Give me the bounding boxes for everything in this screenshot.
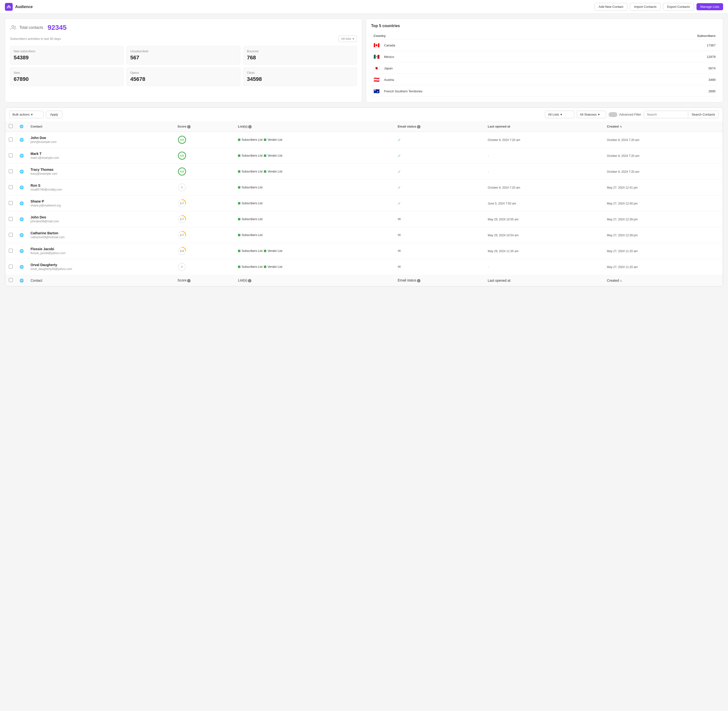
row-globe-icon: 🌐 [19,138,24,142]
email-status-cell: ✉ [394,243,485,259]
contact-name[interactable]: Ron S [31,183,171,187]
email-status-info-icon[interactable]: i [417,125,420,128]
contact-name[interactable]: Orval Daugherty [31,263,171,267]
row-checkbox[interactable] [9,265,13,268]
list-dot-icon [238,218,240,220]
all-lists-filter-dropdown[interactable]: All Lists ▾ [545,111,574,118]
lists-info-icon[interactable]: i [248,125,252,128]
stat-box: New subscribers54389 [10,46,124,65]
stat-label: Opens [130,71,236,75]
row-checkbox[interactable] [9,201,13,205]
email-icon: ✉ [398,249,401,253]
stat-label: Clicks [247,71,353,75]
row-checkbox[interactable] [9,153,13,157]
last-opened-cell: May 29, 2024 11:35 am [485,243,604,259]
last-opened-dash: - [488,265,489,269]
contact-name[interactable]: John Deo [31,215,171,219]
score-number: 2.7 [178,199,186,208]
score-cell: 2.7 [174,227,235,243]
score-number: 2.7 [178,231,186,239]
advanced-filter-toggle[interactable] [609,112,617,117]
row-checkbox[interactable] [9,169,13,173]
last-opened-cell: October 9, 2024 7:20 am [485,132,604,148]
all-statuses-filter-dropdown[interactable]: All Statuses ▾ [577,111,606,118]
search-input[interactable] [644,111,688,118]
svg-point-0 [8,5,10,7]
contact-name[interactable]: Catharine Barton [31,231,171,235]
globe-icon: 🌐 [19,125,24,128]
contact-name[interactable]: Flossie Jacobi [31,247,171,251]
list-dot-icon [238,266,240,268]
apply-button[interactable]: Apply [46,111,62,118]
last-opened-dash: - [488,170,489,174]
list-tag: Subscribers List [238,233,262,237]
footer-select-all-checkbox[interactable] [9,278,13,282]
created-sort-icon[interactable]: ⇅ [620,125,622,128]
email-status-cell: ✓ [394,164,485,180]
header-actions: Add New Contact Import Contacts Export C… [594,3,723,10]
last-opened-cell: May 29, 2024 10:55 am [485,211,604,227]
contact-name[interactable]: John Doe [31,136,171,140]
contact-cell: Orval Daugherty orval_daugherty39@yahoo.… [27,259,174,275]
row-checkbox[interactable] [9,233,13,237]
countries-title: Top 5 countries [371,24,718,28]
footer-created-sort-icon[interactable]: ⇅ [620,280,622,282]
footer-lists-info-icon[interactable]: i [248,279,251,282]
table-row: 🌐 Mark T mark.t@example.com 4.0 Subscrib… [5,148,723,164]
contact-name[interactable]: Mark T [31,152,171,156]
search-contacts-button[interactable]: Search Contacts [688,111,718,118]
row-checkbox[interactable] [9,217,13,221]
bulk-actions-dropdown[interactable]: Bulk actions ▾ [9,111,43,118]
select-all-checkbox[interactable] [9,124,13,128]
add-contact-button[interactable]: Add New Contact [594,3,627,10]
score-number: 2.4 [178,246,186,255]
footer-col-contact: Contact [27,274,174,286]
import-contacts-button[interactable]: Import Contacts [630,3,660,10]
created-cell: May 27, 2024 12:39 pm [603,211,723,227]
export-contacts-button[interactable]: Export Contacts [663,3,694,10]
list-dot-icon [264,139,266,141]
contact-name[interactable]: Shane P [31,199,171,203]
email-status-cell: ✓ [394,180,485,195]
score-cell: 4.0 [174,164,235,180]
col-created-header: Created⇅ [603,121,723,132]
table-row: 🌐 Tracy Thomas tracy@example.com 4.0 Sub… [5,164,723,180]
stat-value: 67890 [14,76,120,82]
contacts-tbody: 🌐 John Doe john@example.com 4.0 Subscrib… [5,132,723,275]
contact-name[interactable]: Tracy Thomas [31,168,171,171]
table-row: 🌐 John Deo johndeo09@mail.com 2.7 Subscr… [5,211,723,227]
app-logo: Audience [5,3,33,11]
stats-subtitle: Subscribers activities in last 60 days A… [10,35,357,42]
contact-cell: John Doe john@example.com [27,132,174,148]
check-icon: ✓ [398,201,401,205]
contact-email: shane.p@mailsend.org [31,204,171,207]
lists-cell: Subscribers ListVendor List [234,259,394,275]
check-icon: ✓ [398,154,401,158]
score-cell: 2.7 [174,211,235,227]
created-cell: October 8, 2024 7:20 am [603,132,723,148]
score-info-icon[interactable]: i [187,125,190,128]
last-opened-date: October 9, 2024 7:20 am [488,186,520,189]
row-checkbox[interactable] [9,137,13,142]
chevron-down-icon: ▾ [352,37,354,41]
country-count: 5674 [602,63,718,74]
stat-value: 768 [247,55,353,61]
all-lists-dropdown[interactable]: All lists ▾ [339,35,357,42]
stats-card: Total contacts 92345 Subscribers activit… [5,19,362,102]
country-count: 12879 [602,51,718,62]
footer-email-status-info-icon[interactable]: i [417,279,420,282]
email-status-cell: ✉ [394,211,485,227]
country-flag: 🇦🇹 [374,77,380,82]
manage-lists-button[interactable]: Manage Lists [697,3,723,10]
table-row: 🌐 Catharine Barton catharine59@hotmail.c… [5,227,723,243]
footer-score-info-icon[interactable]: i [187,279,190,282]
score-badge: 2.7 [178,231,186,239]
score-badge: 4.0 [178,167,186,176]
contact-email: catharine59@hotmail.com [31,236,171,239]
row-checkbox[interactable] [9,249,13,253]
metrics-grid: New subscribers54389Unsubscribed567Bounc… [10,46,357,86]
col-country: Country [371,32,601,39]
stat-box: Clicks34598 [243,68,357,86]
row-checkbox[interactable] [9,185,13,189]
check-icon: ✓ [398,138,401,142]
